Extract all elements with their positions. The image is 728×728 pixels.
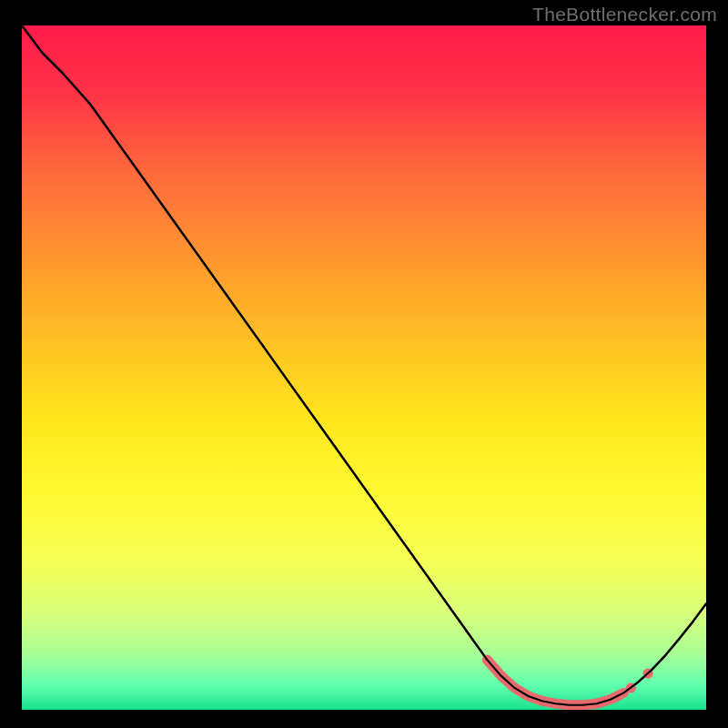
chart-svg [22, 25, 706, 710]
plot-area [22, 25, 706, 710]
gradient-background [22, 25, 706, 710]
chart-frame: TheBottlenecker.com [0, 0, 728, 728]
watermark-label: TheBottlenecker.com [532, 4, 717, 25]
